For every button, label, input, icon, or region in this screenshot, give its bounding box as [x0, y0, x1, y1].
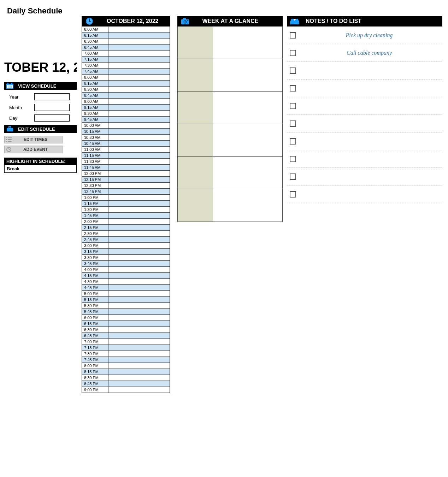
schedule-slot[interactable] — [108, 63, 170, 69]
schedule-slot[interactable] — [108, 26, 170, 33]
schedule-slot[interactable] — [108, 321, 170, 327]
schedule-slot[interactable] — [108, 351, 170, 357]
schedule-slot[interactable] — [108, 159, 170, 165]
note-checkbox[interactable] — [290, 138, 296, 145]
highlight-value[interactable]: Break — [4, 165, 77, 173]
schedule-slot[interactable] — [108, 249, 170, 255]
schedule-slot[interactable] — [108, 195, 170, 201]
schedule-slot[interactable] — [108, 369, 170, 375]
schedule-slot[interactable] — [108, 237, 170, 243]
schedule-slot[interactable] — [108, 291, 170, 297]
week-day-cell[interactable] — [178, 26, 213, 59]
note-checkbox[interactable] — [290, 120, 296, 127]
week-day-cell[interactable] — [178, 124, 213, 157]
schedule-slot[interactable] — [108, 387, 170, 393]
schedule-time-label: 10:15 AM — [82, 129, 108, 135]
schedule-slot[interactable] — [108, 129, 170, 135]
schedule-slot[interactable] — [108, 315, 170, 321]
schedule-slot[interactable] — [108, 327, 170, 333]
month-input[interactable] — [34, 104, 70, 111]
schedule-slot[interactable] — [108, 357, 170, 363]
schedule-slot[interactable] — [108, 219, 170, 225]
schedule-slot[interactable] — [108, 201, 170, 207]
schedule-slot[interactable] — [108, 45, 170, 51]
schedule-slot[interactable] — [108, 303, 170, 309]
week-content-cell[interactable] — [213, 124, 282, 157]
schedule-row: 8:30 PM — [82, 375, 170, 381]
schedule-slot[interactable] — [108, 333, 170, 339]
schedule-row: 4:00 PM — [82, 267, 170, 273]
schedule-slot[interactable] — [108, 51, 170, 57]
schedule-slot[interactable] — [108, 93, 170, 99]
schedule-slot[interactable] — [108, 171, 170, 177]
schedule-slot[interactable] — [108, 243, 170, 249]
schedule-slot[interactable] — [108, 261, 170, 267]
schedule-slot[interactable] — [108, 375, 170, 381]
schedule-slot[interactable] — [108, 183, 170, 189]
note-checkbox[interactable] — [290, 156, 296, 162]
note-checkbox[interactable] — [290, 85, 296, 92]
day-input[interactable] — [34, 114, 70, 122]
schedule-slot[interactable] — [108, 147, 170, 153]
schedule-slot[interactable] — [108, 165, 170, 171]
schedule-slot[interactable] — [108, 177, 170, 183]
schedule-slot[interactable] — [108, 339, 170, 345]
week-content-cell[interactable] — [213, 189, 282, 222]
schedule-slot[interactable] — [108, 309, 170, 315]
schedule-slot[interactable] — [108, 33, 170, 39]
schedule-slot[interactable] — [108, 99, 170, 105]
schedule-slot[interactable] — [108, 285, 170, 291]
note-checkbox[interactable] — [290, 50, 296, 56]
week-day-cell[interactable] — [178, 157, 213, 189]
schedule-row: 9:45 AM — [82, 117, 170, 123]
note-text[interactable]: Call cable company — [296, 50, 442, 56]
add-event-button[interactable]: ADD EVENT — [4, 146, 63, 153]
note-text[interactable]: Pick up dry cleaning — [296, 32, 442, 39]
schedule-slot[interactable] — [108, 363, 170, 369]
edit-times-button[interactable]: EDIT TIMES — [4, 136, 63, 143]
schedule-slot[interactable] — [108, 69, 170, 75]
week-row — [178, 124, 282, 157]
schedule-slot[interactable] — [108, 213, 170, 219]
schedule-slot[interactable] — [108, 57, 170, 63]
week-day-cell[interactable] — [178, 189, 213, 222]
note-checkbox[interactable] — [290, 67, 296, 74]
schedule-slot[interactable] — [108, 225, 170, 231]
month-row: Month — [4, 104, 77, 111]
schedule-slot[interactable] — [108, 279, 170, 285]
svg-rect-16 — [8, 141, 12, 142]
schedule-slot[interactable] — [108, 189, 170, 195]
schedule-slot[interactable] — [108, 381, 170, 387]
schedule-slot[interactable] — [108, 231, 170, 237]
week-content-cell[interactable] — [213, 26, 282, 59]
week-day-cell[interactable] — [178, 92, 213, 124]
schedule-row: 5:45 PM — [82, 309, 170, 315]
week-content-cell[interactable] — [213, 157, 282, 189]
schedule-slot[interactable] — [108, 39, 170, 45]
schedule-slot[interactable] — [108, 111, 170, 117]
schedule-slot[interactable] — [108, 141, 170, 147]
schedule-slot[interactable] — [108, 273, 170, 279]
schedule-slot[interactable] — [108, 87, 170, 93]
schedule-slot[interactable] — [108, 207, 170, 213]
note-checkbox[interactable] — [290, 103, 296, 109]
schedule-slot[interactable] — [108, 105, 170, 111]
schedule-slot[interactable] — [108, 135, 170, 141]
note-checkbox[interactable] — [290, 173, 296, 180]
schedule-slot[interactable] — [108, 345, 170, 351]
schedule-slot[interactable] — [108, 75, 170, 81]
week-day-cell[interactable] — [178, 59, 213, 92]
schedule-slot[interactable] — [108, 117, 170, 123]
schedule-slot[interactable] — [108, 81, 170, 87]
note-checkbox[interactable] — [290, 191, 296, 198]
week-content-cell[interactable] — [213, 59, 282, 92]
schedule-slot[interactable] — [108, 153, 170, 159]
notes-title: NOTES / TO DO LIST — [302, 18, 442, 24]
schedule-slot[interactable] — [108, 267, 170, 273]
note-checkbox[interactable] — [290, 32, 296, 39]
year-input[interactable] — [34, 93, 70, 100]
schedule-slot[interactable] — [108, 123, 170, 129]
week-content-cell[interactable] — [213, 92, 282, 124]
schedule-slot[interactable] — [108, 255, 170, 261]
schedule-slot[interactable] — [108, 297, 170, 303]
